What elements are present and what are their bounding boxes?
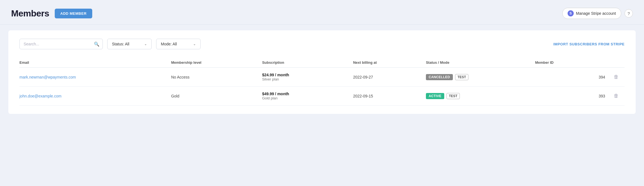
header-right: S Manage Stripe account ? <box>562 8 633 19</box>
stripe-icon: S <box>568 10 574 16</box>
filter-row: 🔍 Status: All ⌄ Mode: All ⌄ IMPORT SUBSC… <box>19 39 625 49</box>
member-id-2: 393 <box>535 94 608 98</box>
mode-dropdown[interactable]: Mode: All ⌄ <box>156 39 201 49</box>
status-dropdown-arrow: ⌄ <box>144 42 147 46</box>
col-actions <box>608 60 625 65</box>
status-dropdown[interactable]: Status: All ⌄ <box>107 39 152 49</box>
col-membership: Membership level <box>171 60 262 65</box>
member-billing-1: 2022-09-27 <box>353 75 426 79</box>
table-row: mark.newman@wpayments.com No Access $24.… <box>19 68 625 87</box>
mode-badge-test-1: TEST <box>455 74 469 80</box>
member-subscription-2: $49.99 / month Gold plan <box>262 92 353 100</box>
search-wrapper: 🔍 <box>19 39 103 49</box>
status-badge-active-2: ACTIVE <box>426 93 444 99</box>
mode-dropdown-label: Mode: All <box>161 42 177 46</box>
col-billing: Next billing at <box>353 60 426 65</box>
search-icon: 🔍 <box>94 41 99 47</box>
col-memberid: Member ID <box>535 60 608 65</box>
table-row: john.doe@example.com Gold $49.99 / month… <box>19 87 625 106</box>
subscription-amount-1: $24.99 / month <box>262 73 353 77</box>
col-email: Email <box>19 60 171 65</box>
delete-cell-1: 🗑 <box>608 73 625 81</box>
subscription-plan-2: Gold plan <box>262 96 353 100</box>
col-status: Status / Mode <box>426 60 535 65</box>
subscription-plan-1: Silver plan <box>262 77 353 81</box>
mode-dropdown-arrow: ⌄ <box>193 42 196 46</box>
status-dropdown-label: Status: All <box>112 42 129 46</box>
col-subscription: Subscription <box>262 60 353 65</box>
subscription-amount-2: $49.99 / month <box>262 92 353 96</box>
member-status-2: ACTIVE TEST <box>426 93 535 99</box>
help-button[interactable]: ? <box>625 9 633 18</box>
member-status-1: CANCELLED TEST <box>426 74 535 80</box>
member-id-1: 394 <box>535 75 608 79</box>
manage-stripe-label: Manage Stripe account <box>576 11 616 16</box>
member-billing-2: 2022-09-15 <box>353 94 426 98</box>
delete-member-1-button[interactable]: 🗑 <box>613 73 620 81</box>
member-email-1[interactable]: mark.newman@wpayments.com <box>19 75 171 79</box>
mode-badge-test-2: TEST <box>446 93 460 99</box>
help-icon: ? <box>628 11 630 16</box>
table-header: Email Membership level Subscription Next… <box>19 58 625 68</box>
main-content: 🔍 Status: All ⌄ Mode: All ⌄ IMPORT SUBSC… <box>8 30 636 114</box>
delete-member-2-button[interactable]: 🗑 <box>613 92 620 100</box>
page-title: Members <box>11 8 49 19</box>
import-subscribers-link[interactable]: IMPORT SUBSCRIBERS FROM STRIPE <box>553 42 625 46</box>
search-input[interactable] <box>19 39 103 49</box>
add-member-button[interactable]: ADD MEMBER <box>55 9 92 18</box>
page-header: Members ADD MEMBER S Manage Stripe accou… <box>0 0 644 25</box>
status-badge-cancelled-1: CANCELLED <box>426 74 453 80</box>
header-left: Members ADD MEMBER <box>11 8 92 19</box>
page-wrapper: Members ADD MEMBER S Manage Stripe accou… <box>0 0 644 186</box>
manage-stripe-button[interactable]: S Manage Stripe account <box>562 8 621 19</box>
member-email-2[interactable]: john.doe@example.com <box>19 94 171 98</box>
member-subscription-1: $24.99 / month Silver plan <box>262 73 353 81</box>
member-level-2: Gold <box>171 94 262 98</box>
member-level-1: No Access <box>171 75 262 79</box>
delete-cell-2: 🗑 <box>608 92 625 100</box>
